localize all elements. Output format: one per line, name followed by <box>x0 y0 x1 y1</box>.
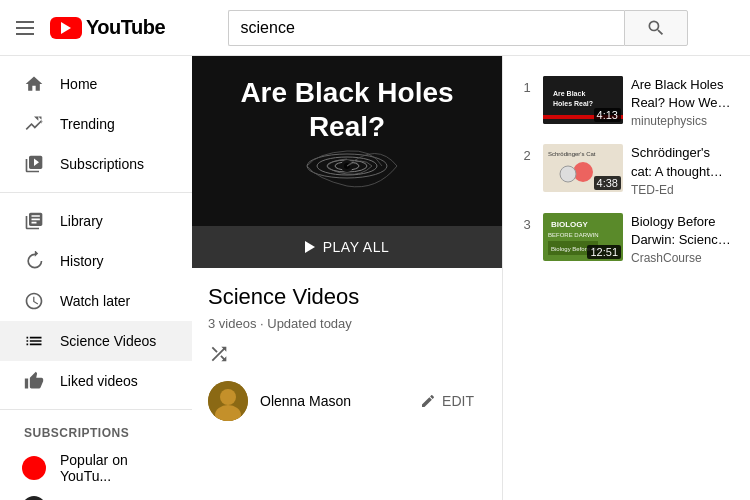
svg-text:BIOLOGY: BIOLOGY <box>551 220 589 229</box>
video-duration: 4:38 <box>594 176 621 190</box>
video-thumbnail: Schrödinger's Cat 4:38 <box>543 144 623 192</box>
svg-text:Holes Real?: Holes Real? <box>553 100 593 107</box>
svg-text:BEFORE DARWIN: BEFORE DARWIN <box>548 232 599 238</box>
sidebar-label-home: Home <box>60 76 97 92</box>
youtube-logo-icon <box>50 17 82 39</box>
owner-avatar <box>208 381 248 421</box>
playlist-info: Science Videos 3 videos · Updated today <box>192 268 502 437</box>
sidebar-label-popular: Popular on YouTu... <box>60 452 168 484</box>
trending-icon <box>24 114 44 134</box>
avatar-image <box>208 381 248 421</box>
playlist-title: Science Videos <box>208 284 486 310</box>
sidebar-item-watch-later[interactable]: Watch later <box>0 281 192 321</box>
video-duration: 4:13 <box>594 108 621 122</box>
sidebar-item-science-videos[interactable]: Science Videos <box>0 321 192 361</box>
video-thumbnail: BIOLOGY BEFORE DARWIN Biology Before Da.… <box>543 213 623 261</box>
video-channel: TED-Ed <box>631 183 734 197</box>
search-input[interactable] <box>228 10 624 46</box>
header-left: YouTube <box>16 16 165 39</box>
sidebar-label-history: History <box>60 253 104 269</box>
owner-row: Olenna Mason EDIT <box>208 381 486 421</box>
black-hole-spiral <box>287 111 407 201</box>
sidebar: Home Trending Subscriptions Library <box>0 56 192 500</box>
liked-icon <box>24 371 44 391</box>
svg-point-7 <box>220 389 236 405</box>
sidebar-label-library: Library <box>60 213 103 229</box>
video-duration: 12:51 <box>587 245 621 259</box>
play-all-label: PLAY ALL <box>323 239 390 255</box>
sidebar-item-history[interactable]: History <box>0 241 192 281</box>
playlist-hero: Are Black Holes Real? <box>192 56 502 268</box>
video-number: 3 <box>519 213 535 232</box>
table-row[interactable]: 3 BIOLOGY BEFORE DARWIN Biology Before D… <box>511 205 742 273</box>
video-title: Schrödinger's cat: A thought experiment … <box>631 144 734 180</box>
subscriptions-section-title: SUBSCRIPTIONS <box>0 418 192 448</box>
video-info: Are Black Holes Real? How We Know Bla...… <box>631 76 734 128</box>
popular-channel-icon <box>24 458 44 478</box>
library-icon <box>24 211 44 231</box>
search-icon <box>646 18 666 38</box>
main-layout: Home Trending Subscriptions Library <box>0 56 750 500</box>
video-title: Are Black Holes Real? How We Know Bla... <box>631 76 734 112</box>
hamburger-menu-icon[interactable] <box>16 21 34 35</box>
subscriptions-icon <box>24 154 44 174</box>
video-info: Biology Before Darwin: Science #19 Crash… <box>631 213 734 265</box>
sidebar-item-library[interactable]: Library <box>0 201 192 241</box>
history-icon <box>24 251 44 271</box>
sidebar-label-trending: Trending <box>60 116 115 132</box>
sidebar-item-popular[interactable]: Popular on YouTu... <box>0 448 192 488</box>
shuffle-container <box>208 343 486 365</box>
search-button[interactable] <box>624 10 688 46</box>
svg-point-16 <box>560 166 576 182</box>
search-bar <box>228 10 688 46</box>
video-title: Biology Before Darwin: Science #19 <box>631 213 734 249</box>
sidebar-item-subscriptions[interactable]: Subscriptions <box>0 144 192 184</box>
sidebar-label-liked-videos: Liked videos <box>60 373 138 389</box>
video-number: 1 <box>519 76 535 95</box>
owner-name: Olenna Mason <box>260 393 396 409</box>
header: YouTube <box>0 0 750 56</box>
sidebar-label-subscriptions: Subscriptions <box>60 156 144 172</box>
shuffle-icon[interactable] <box>208 343 230 365</box>
edit-icon <box>420 393 436 409</box>
play-triangle-icon <box>305 241 315 253</box>
video-channel: minutephysics <box>631 114 734 128</box>
home-icon <box>24 74 44 94</box>
youtube-logo[interactable]: YouTube <box>50 16 165 39</box>
sidebar-divider-2 <box>0 409 192 410</box>
playlist-hero-image: Are Black Holes Real? <box>192 56 502 226</box>
sidebar-item-music[interactable]: Music <box>0 488 192 500</box>
sidebar-divider-1 <box>0 192 192 193</box>
playlist-meta: 3 videos · Updated today <box>208 316 486 331</box>
playlist-icon <box>24 331 44 351</box>
table-row[interactable]: 1 Are Black Holes Real? 4:13 Are Black H… <box>511 68 742 136</box>
table-row[interactable]: 2 Schrödinger's Cat 4:38 Schrödinger's c… <box>511 136 742 204</box>
main-content: Are Black Holes Real? <box>192 56 750 500</box>
watch-later-icon <box>24 291 44 311</box>
svg-text:Schrödinger's Cat: Schrödinger's Cat <box>548 151 596 157</box>
video-thumbnail: Are Black Holes Real? 4:13 <box>543 76 623 124</box>
sidebar-item-trending[interactable]: Trending <box>0 104 192 144</box>
video-channel: CrashCourse <box>631 251 734 265</box>
play-all-button[interactable]: PLAY ALL <box>192 226 502 268</box>
video-info: Schrödinger's cat: A thought experiment … <box>631 144 734 196</box>
edit-button[interactable]: EDIT <box>408 387 486 415</box>
youtube-logo-text: YouTube <box>86 16 165 39</box>
edit-label: EDIT <box>442 393 474 409</box>
svg-text:Are Black: Are Black <box>553 90 585 97</box>
video-list: 1 Are Black Holes Real? 4:13 Are Black H… <box>502 56 750 500</box>
playlist-section: Are Black Holes Real? <box>192 56 502 500</box>
sidebar-item-home[interactable]: Home <box>0 64 192 104</box>
sidebar-label-science-videos: Science Videos <box>60 333 156 349</box>
sidebar-item-liked-videos[interactable]: Liked videos <box>0 361 192 401</box>
video-number: 2 <box>519 144 535 163</box>
sidebar-label-watch-later: Watch later <box>60 293 130 309</box>
